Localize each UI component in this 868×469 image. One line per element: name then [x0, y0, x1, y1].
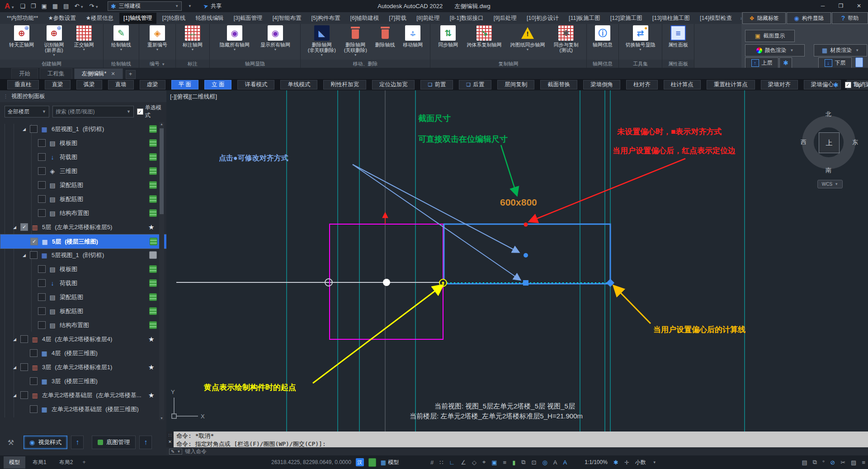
base-map-expand-icon[interactable]: ↑	[139, 436, 152, 449]
share-button[interactable]: ➤ 共享	[203, 2, 222, 10]
new-file-icon[interactable]: ❏	[20, 3, 25, 9]
crosshair-icon[interactable]: ✛	[624, 459, 629, 466]
saveas-icon[interactable]: ▦	[52, 3, 58, 9]
tree-row-3层[interactable]: ◢▥3层(左单元2塔楼标准层1)★	[0, 360, 158, 374]
expand-icon[interactable]: ◢	[13, 337, 16, 342]
ribbon-tool[interactable]: 跨图纸同步轴网▼	[509, 25, 546, 51]
tree-row-结构布置图[interactable]: ▤结构布置图	[0, 318, 158, 332]
grip-filled-circle[interactable]	[383, 279, 390, 286]
add-layout-button[interactable]: +	[80, 459, 88, 465]
panel-tools-icon[interactable]: ⚒	[2, 438, 20, 447]
toolbar-button-19[interactable]: 重置柱计算点	[707, 80, 755, 89]
panel-header[interactable]: ⋮ 视图控制面板	[0, 90, 166, 102]
ribbon-tool[interactable]: ✱同步与复制 (测试)	[553, 25, 580, 53]
layer-status-icon[interactable]	[149, 153, 157, 161]
command-grip-icon[interactable]: ∷	[169, 432, 172, 438]
favorite-star-icon[interactable]: ★	[148, 391, 154, 399]
favorite-star-icon[interactable]: ★	[148, 223, 154, 231]
base-map-button[interactable]: 底图管理	[92, 436, 136, 449]
toolbar-button-5[interactable]: 虚梁	[140, 80, 165, 89]
visual-style-expand-icon[interactable]: ↑	[71, 436, 84, 449]
menu-item-6[interactable]: 轮廓线编辑	[191, 13, 228, 24]
close-button[interactable]: ✕	[850, 0, 868, 12]
tree-row-梁配筋图[interactable]: ▤梁配筋图	[0, 290, 158, 304]
layout-tab-2[interactable]: 布局1	[27, 456, 52, 469]
annotation-monitor-icon[interactable]: ⧉	[813, 459, 817, 466]
snap-mode-icon[interactable]: ∷	[439, 459, 443, 466]
wcs-selector[interactable]: WCS▼	[817, 180, 843, 188]
annotation-scale-icon[interactable]: A	[563, 459, 567, 466]
locating-edge-red-dot[interactable]	[524, 223, 528, 227]
tool-dropdown-icon[interactable]: ▼	[320, 53, 323, 56]
menu-item-19[interactable]: [14]模型检查	[696, 13, 736, 24]
tree-row-4层[interactable]: ◢▥4层(左单元2塔楼标准层4)★	[0, 332, 158, 346]
lock-ui-icon[interactable]: ✂	[840, 459, 845, 466]
menu-item-8[interactable]: [4]智能布置	[269, 13, 306, 24]
menu-item-18[interactable]: [13]墙柱施工图	[648, 13, 694, 24]
tool-dropdown-icon[interactable]: ▼	[274, 48, 277, 51]
section-display-button[interactable]: ▣ 截面显示	[745, 30, 795, 42]
tree-checkbox[interactable]	[30, 405, 38, 413]
open-icon[interactable]: ❐	[31, 3, 36, 9]
top-view-checkbox[interactable]: ✓ Top	[845, 82, 862, 88]
menu-item-10[interactable]: [6]辅助建模	[346, 13, 383, 24]
tree-row-板配筋图[interactable]: ▤板配筋图	[0, 192, 158, 206]
undo-icon[interactable]: ↶▼	[74, 3, 84, 9]
single-mode-checkbox[interactable]: ✓ 单选模式	[137, 104, 166, 119]
expand-icon[interactable]: ◢	[13, 365, 16, 370]
ribbon-tool[interactable]: ⊕⊕识别轴网 (新界面)▼	[43, 25, 65, 56]
tree-checkbox[interactable]	[20, 335, 28, 343]
ortho-icon[interactable]: ∟	[449, 459, 455, 466]
toolbar-button-6[interactable]: 平 面	[171, 80, 198, 89]
toolbar-button-12[interactable]: ❏前置	[420, 80, 453, 89]
toolbar-button-1[interactable]: 垂直柱	[7, 80, 39, 89]
menu-item-15[interactable]: [10]初步设计	[523, 13, 563, 24]
toolbar-button-10[interactable]: 刚性杆加宽	[323, 80, 366, 89]
tree-checkbox[interactable]	[38, 139, 46, 147]
tree-checkbox[interactable]	[30, 125, 38, 133]
ribbon-tool[interactable]: ◈重新编号▼	[146, 25, 168, 51]
tree-checkbox[interactable]: ✓	[20, 223, 28, 231]
menu-item-16[interactable]: [11]板施工图	[565, 13, 604, 24]
menu-item-13[interactable]: [8-1]数据接口	[446, 13, 488, 24]
tree-row-3层[interactable]: ▦3层(楼层三维图)	[0, 374, 158, 388]
tree-checkbox[interactable]	[38, 307, 46, 315]
floor-filter-select[interactable]: 全部楼层▼	[5, 106, 49, 117]
dynamic-ucs-icon[interactable]: ⧉	[521, 459, 525, 466]
tool-dropdown-icon[interactable]: ▼	[639, 48, 642, 51]
ribbon-tool[interactable]: ↔↕移动轴网	[402, 25, 424, 47]
tool-dropdown-icon[interactable]: ▼	[82, 48, 85, 51]
tree-scrollbar[interactable]: ▲ ▼	[159, 122, 164, 420]
ribbon-tool[interactable]: ✎绘制轴线▼	[110, 25, 132, 51]
autoscale-icon[interactable]: A	[553, 459, 557, 466]
menu-item-5[interactable]: [2]轮廓线	[158, 13, 189, 24]
tree-row-结构布置图[interactable]: ▤结构布置图	[0, 206, 158, 220]
ribbon-tool[interactable]: 删除轴网 (关联删除)▼	[343, 25, 368, 56]
menu-item-4[interactable]: [1]轴线管理	[119, 13, 156, 24]
annotation-visibility-icon[interactable]: ◎	[542, 459, 547, 466]
tree-checkbox[interactable]	[38, 293, 46, 301]
tree-checkbox[interactable]	[38, 153, 46, 161]
clean-screen-icon[interactable]: ≡	[862, 459, 865, 466]
layer-status-icon[interactable]	[149, 321, 157, 329]
tree-row-5层[interactable]: ✓▦5层(楼层三维图)	[0, 234, 166, 249]
tool-dropdown-icon[interactable]: ▼	[233, 48, 236, 51]
favorite-star-icon[interactable]: ★	[148, 363, 154, 371]
tool-dropdown-icon[interactable]: ▼	[526, 48, 529, 51]
polar-tracking-icon[interactable]: ∠	[461, 459, 466, 466]
ribbon-tool[interactable]: ↔标注轴网▼	[182, 25, 203, 51]
beam-dimension-label[interactable]: 600x800	[500, 197, 537, 208]
ime-indicator[interactable]: 汉	[356, 458, 364, 466]
print-icon[interactable]: ▤	[63, 3, 69, 9]
viewcube-west[interactable]: 西	[801, 138, 807, 146]
upper-floor-button[interactable]: ↑ 上层	[745, 57, 778, 68]
tree-checkbox[interactable]	[38, 279, 46, 287]
tree-checkbox[interactable]	[38, 209, 46, 217]
menu-item-2[interactable]: ★参数设置	[44, 13, 80, 24]
menu-item-1[interactable]: **内部功能**	[3, 13, 42, 24]
isolate-icon[interactable]: ▨	[851, 459, 856, 466]
ribbon-tool[interactable]: ◣删除轴网 (非关联删除)▼	[307, 25, 337, 56]
layer-status-icon[interactable]	[149, 307, 157, 315]
drawing-canvas[interactable]: X Y [-][俯视][二维线框] 截面尺寸 可直接双击在位编辑尺寸 未设置偏心…	[166, 90, 868, 431]
command-history[interactable]: 命令: *取消* 命令: 指定对角点或 [栏选(F)/圈围(WP)/圈交(CP)…	[166, 431, 868, 447]
